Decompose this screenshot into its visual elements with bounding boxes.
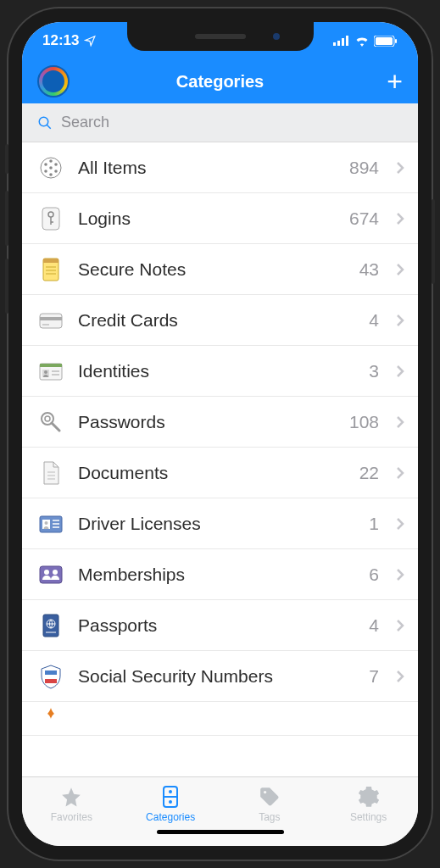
svg-rect-26 — [40, 314, 62, 328]
chevron-right-icon — [396, 568, 404, 581]
svg-point-7 — [39, 117, 48, 126]
svg-point-49 — [53, 570, 58, 575]
svg-rect-6 — [395, 39, 397, 43]
categories-icon — [161, 785, 180, 809]
svg-rect-28 — [42, 324, 49, 326]
svg-point-13 — [49, 173, 53, 176]
category-driver-licenses[interactable]: Driver Licenses 1 — [22, 498, 418, 549]
tab-settings[interactable]: Settings — [319, 777, 418, 831]
tab-categories[interactable]: Categories — [121, 777, 220, 831]
category-memberships[interactable]: Memberships 6 — [22, 549, 418, 600]
category-passwords[interactable]: Passwords 108 — [22, 397, 418, 448]
chevron-right-icon — [396, 161, 404, 175]
credit-cards-icon — [36, 305, 66, 336]
svg-rect-50 — [43, 615, 58, 637]
secure-notes-icon — [36, 254, 66, 285]
svg-rect-27 — [40, 317, 62, 320]
svg-line-37 — [52, 423, 59, 431]
category-count: 108 — [349, 412, 379, 432]
svg-point-32 — [44, 370, 47, 374]
category-credit-cards[interactable]: Credit Cards 4 — [22, 295, 418, 346]
tag-icon — [259, 785, 281, 809]
category-label: Memberships — [78, 565, 357, 585]
category-ssn[interactable]: Social Security Numbers 7 — [22, 651, 418, 702]
logins-icon — [36, 203, 66, 234]
svg-rect-2 — [342, 38, 344, 46]
svg-point-61 — [264, 791, 266, 793]
memberships-icon — [36, 559, 66, 590]
category-label: Identities — [78, 361, 357, 381]
battery-icon — [374, 36, 398, 47]
svg-point-59 — [170, 791, 171, 793]
chevron-right-icon — [396, 517, 404, 531]
category-label: Driver Licenses — [78, 514, 357, 534]
star-icon — [60, 785, 82, 809]
svg-point-43 — [45, 521, 48, 525]
categories-list: All Items 894 Logins 674 Secure Notes 43 — [22, 142, 418, 776]
svg-rect-5 — [376, 37, 393, 45]
signal-icon — [333, 36, 350, 46]
category-count: 4 — [369, 310, 379, 331]
screen: 12:13 Categories + — [22, 22, 418, 846]
category-label: Documents — [78, 463, 348, 483]
chevron-right-icon — [396, 364, 404, 378]
category-count: 43 — [359, 259, 379, 280]
svg-rect-54 — [45, 670, 57, 675]
documents-icon — [36, 458, 66, 488]
svg-point-12 — [54, 170, 58, 173]
category-label: All Items — [78, 158, 337, 178]
identities-icon — [36, 356, 66, 387]
category-secure-notes[interactable]: Secure Notes 43 — [22, 244, 418, 295]
tab-label: Settings — [350, 811, 387, 823]
search-bar[interactable] — [22, 103, 418, 142]
chevron-right-icon — [396, 670, 404, 683]
category-passports[interactable]: Passports 4 — [22, 600, 418, 651]
category-logins[interactable]: Logins 674 — [22, 193, 418, 244]
tab-label: Tags — [259, 811, 280, 823]
svg-rect-30 — [40, 364, 62, 367]
category-all-items[interactable]: All Items 894 — [22, 142, 418, 193]
category-count: 3 — [369, 361, 379, 381]
svg-point-48 — [44, 570, 49, 575]
svg-point-14 — [44, 170, 47, 173]
driver-licenses-icon — [36, 509, 66, 539]
chevron-right-icon — [396, 619, 404, 632]
category-label: Credit Cards — [78, 310, 357, 331]
notch — [127, 22, 314, 51]
nav-bar: Categories + — [22, 59, 418, 103]
category-count: 22 — [359, 463, 379, 483]
category-label: Secure Notes — [78, 259, 348, 280]
tab-tags[interactable]: Tags — [220, 777, 320, 831]
category-label: Passports — [78, 615, 357, 636]
tab-favorites[interactable]: Favorites — [22, 777, 121, 831]
svg-point-15 — [44, 163, 47, 166]
category-label: Passwords — [78, 412, 337, 432]
account-avatar[interactable] — [37, 65, 70, 97]
category-count: 1 — [369, 514, 379, 534]
svg-rect-55 — [45, 675, 57, 679]
passwords-icon — [36, 407, 66, 437]
svg-rect-56 — [45, 679, 57, 683]
tab-label: Favorites — [51, 811, 92, 823]
svg-rect-22 — [43, 259, 58, 263]
category-count: 6 — [369, 565, 379, 585]
tab-label: Categories — [146, 811, 195, 823]
wifi-icon — [354, 36, 370, 47]
add-button[interactable]: + — [387, 66, 403, 97]
svg-rect-0 — [333, 42, 336, 46]
chevron-right-icon — [396, 415, 404, 429]
search-input[interactable] — [61, 114, 403, 131]
svg-point-16 — [49, 166, 53, 170]
search-icon — [37, 115, 53, 131]
category-identities[interactable]: Identities 3 — [22, 346, 418, 397]
status-time: 12:13 — [42, 32, 79, 49]
category-partial[interactable] — [22, 702, 418, 736]
chevron-right-icon — [396, 314, 404, 327]
location-icon — [84, 35, 96, 47]
category-documents[interactable]: Documents 22 — [22, 448, 418, 498]
chevron-right-icon — [396, 212, 404, 225]
gear-icon — [358, 785, 380, 809]
phone-frame: 12:13 Categories + — [8, 8, 432, 860]
page-title: Categories — [22, 72, 418, 92]
chevron-right-icon — [396, 466, 404, 480]
